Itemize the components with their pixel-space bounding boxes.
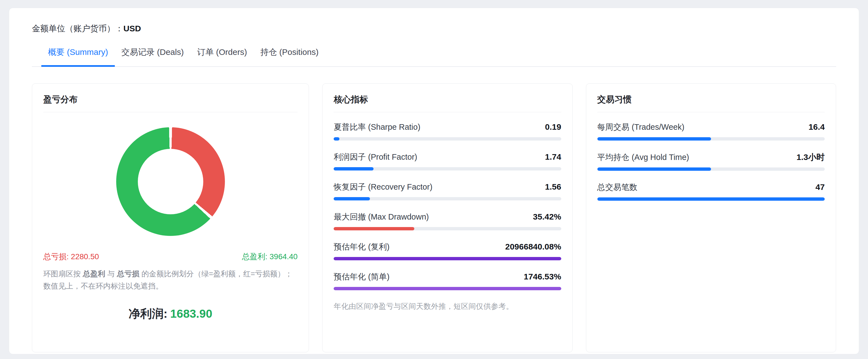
currency-unit-label: 金额单位（账户货币）： [32,24,123,33]
habit-bar-track [597,167,825,171]
habit-bar-track [597,197,825,201]
metric-value: 0.19 [545,122,561,132]
pnl-donut-hole [138,149,203,214]
net-profit-label: 净利润: [129,307,167,320]
metric-label: 预估年化 (简单) [334,271,389,283]
metric-bar-fill [334,137,339,140]
metric-bar-track [334,197,561,200]
metric-row-sharpe: 夏普比率 (Sharpe Ratio)0.19 [334,122,561,140]
habit-bar-fill [597,167,711,171]
pnl-totals-row: 总亏损: 2280.50 总盈利: 3964.40 [43,252,298,262]
habit-bar-track [597,137,825,140]
tab-orders[interactable]: 订单 (Orders) [190,46,254,67]
metric-bar-fill [334,167,374,170]
habit-value: 16.4 [809,122,825,132]
metric-bar-fill [334,227,414,230]
metrics-card-title: 核心指标 [334,94,561,105]
metric-row-annualized-compound: 预估年化 (复利)20966840.08% [334,241,561,260]
metric-bar-track [334,257,561,260]
metric-row-recovery-factor: 恢复因子 (Recovery Factor)1.56 [334,182,561,200]
habit-bar-fill [597,137,711,140]
habit-label: 总交易笔数 [597,182,638,193]
metric-value: 1746.53% [524,272,561,282]
habit-row-avg-hold-time: 平均持仓 (Avg Hold Time)1.3小时 [597,152,825,171]
core-metrics-card: 核心指标 夏普比率 (Sharpe Ratio)0.19 利润因子 (Profi… [322,84,572,352]
habit-label: 平均持仓 (Avg Hold Time) [597,152,689,163]
metric-label: 恢复因子 (Recovery Factor) [334,182,432,193]
metric-bar-fill [334,197,370,200]
pnl-donut [116,127,225,236]
metrics-footnote: 年化由区间净盈亏与区间天数外推，短区间仅供参考。 [334,301,561,311]
total-profit-label: 总盈利: 3964.40 [242,252,298,262]
habit-bar-fill [597,197,825,201]
metric-label: 利润因子 (Profit Factor) [334,152,417,163]
habit-label: 每周交易 (Trades/Week) [597,122,684,133]
metric-label: 夏普比率 (Sharpe Ratio) [334,122,421,133]
pnl-note-text: 环图扇区按 [43,270,83,278]
tab-summary[interactable]: 概要 (Summary) [41,46,115,67]
currency-code: USD [123,24,141,33]
pnl-distribution-card: 盈亏分布 总亏损: 2280.50 总盈利: 3964.40 环图扇区按 总盈利… [32,84,309,352]
tab-bar: 概要 (Summary) 交易记录 (Deals) 订单 (Orders) 持仓… [32,46,836,67]
currency-unit-line: 金额单位（账户货币）：USD [32,23,836,34]
metric-value: 35.42% [533,212,561,222]
habit-value: 47 [815,183,825,192]
metric-label: 最大回撤 (Max Drawdown) [334,211,429,223]
metric-label: 预估年化 (复利) [334,241,389,253]
tab-positions[interactable]: 持仓 (Positions) [254,46,325,67]
metric-bar-track [334,137,561,140]
report-panel: 金额单位（账户货币）：USD 概要 (Summary) 交易记录 (Deals)… [9,8,859,354]
pnl-note-bold-loss: 总亏损 [117,270,140,278]
net-profit-line: 净利润:1683.90 [43,306,298,322]
net-profit-value: 1683.90 [170,307,212,320]
panel-header: 金额单位（账户货币）：USD 概要 (Summary) 交易记录 (Deals)… [9,8,859,67]
metric-value: 1.56 [545,182,561,192]
habit-row-total-trades: 总交易笔数47 [597,182,825,201]
metric-bar-fill [334,287,561,290]
trading-habits-card: 交易习惯 每周交易 (Trades/Week)16.4 平均持仓 (Avg Ho… [586,84,836,352]
pnl-note-bold-profit: 总盈利 [83,270,105,278]
total-loss-label: 总亏损: 2280.50 [43,252,99,262]
pnl-donut-wrap [43,127,298,236]
pnl-card-title: 盈亏分布 [43,94,298,105]
metrics-rows: 夏普比率 (Sharpe Ratio)0.19 利润因子 (Profit Fac… [334,122,561,290]
tab-deals[interactable]: 交易记录 (Deals) [115,46,190,67]
metric-bar-track [334,287,561,290]
pnl-note-text: 与 [105,270,117,278]
pnl-note: 环图扇区按 总盈利 与 总亏损 的金额比例划分（绿=盈利额，红=亏损额）； 数值… [43,268,298,292]
metric-bar-track [334,227,561,230]
metric-value: 20966840.08% [505,242,561,252]
metric-bar-track [334,167,561,170]
habit-row-trades-per-week: 每周交易 (Trades/Week)16.4 [597,122,825,140]
metric-row-max-drawdown: 最大回撤 (Max Drawdown)35.42% [334,211,561,230]
habits-rows: 每周交易 (Trades/Week)16.4 平均持仓 (Avg Hold Ti… [597,122,825,201]
habit-value: 1.3小时 [797,152,825,163]
metric-bar-fill [334,257,561,260]
habits-card-title: 交易习惯 [597,94,825,105]
metric-row-annualized-simple: 预估年化 (简单)1746.53% [334,271,561,290]
metric-row-profit-factor: 利润因子 (Profit Factor)1.74 [334,152,561,170]
metric-value: 1.74 [545,152,561,162]
cards-row: 盈亏分布 总亏损: 2280.50 总盈利: 3964.40 环图扇区按 总盈利… [9,67,859,352]
